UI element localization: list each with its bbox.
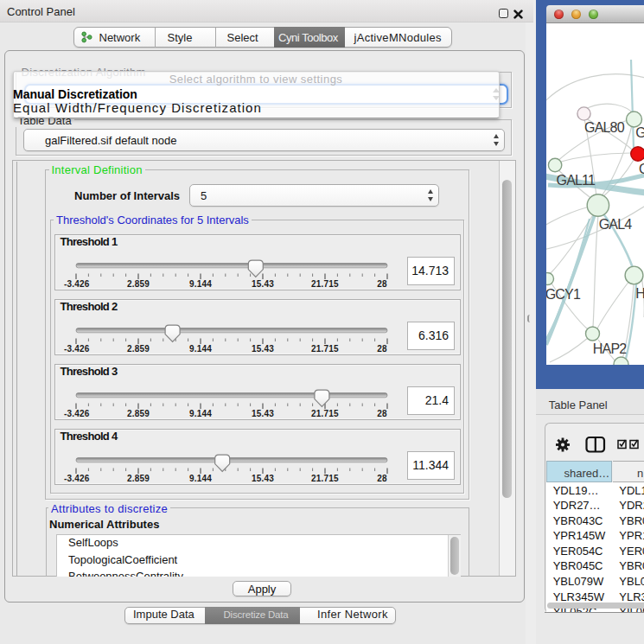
svg-text:9.144: 9.144	[189, 278, 212, 288]
svg-text:21.715: 21.715	[311, 408, 339, 418]
svg-text:15.43: 15.43	[252, 473, 274, 482]
svg-text:-3.426: -3.426	[64, 473, 90, 482]
svg-text:-3.426: -3.426	[64, 408, 90, 418]
svg-text:GA: GA	[635, 124, 644, 139]
svg-text:GAL11: GAL11	[556, 172, 596, 187]
svg-text:GAL4: GAL4	[598, 216, 632, 231]
svg-text:HAP2: HAP2	[592, 341, 626, 355]
svg-text:GAL80: GAL80	[584, 119, 625, 134]
svg-text:2.859: 2.859	[127, 343, 150, 353]
svg-text:9.144: 9.144	[189, 343, 212, 353]
svg-text:15.43: 15.43	[252, 408, 274, 418]
svg-text:28: 28	[377, 408, 387, 418]
svg-text:-3.426: -3.426	[64, 278, 90, 288]
svg-text:28: 28	[377, 278, 387, 288]
svg-text:15.43: 15.43	[252, 278, 274, 288]
svg-text:2.859: 2.859	[127, 278, 150, 288]
svg-text:GCY1: GCY1	[546, 287, 581, 302]
svg-text:21.715: 21.715	[311, 278, 339, 288]
svg-text:-3.426: -3.426	[64, 343, 90, 353]
svg-text:28: 28	[377, 473, 387, 482]
svg-text:2.859: 2.859	[127, 473, 150, 482]
svg-text:21.715: 21.715	[311, 343, 339, 353]
svg-text:9.144: 9.144	[189, 473, 212, 482]
svg-text:9.144: 9.144	[189, 408, 212, 418]
svg-text:15.43: 15.43	[252, 343, 274, 353]
svg-text:CY: CY	[639, 162, 644, 176]
svg-text:2.859: 2.859	[127, 408, 150, 418]
svg-text:HA: HA	[635, 286, 644, 301]
svg-text:28: 28	[377, 343, 387, 353]
svg-text:21.715: 21.715	[311, 473, 339, 482]
